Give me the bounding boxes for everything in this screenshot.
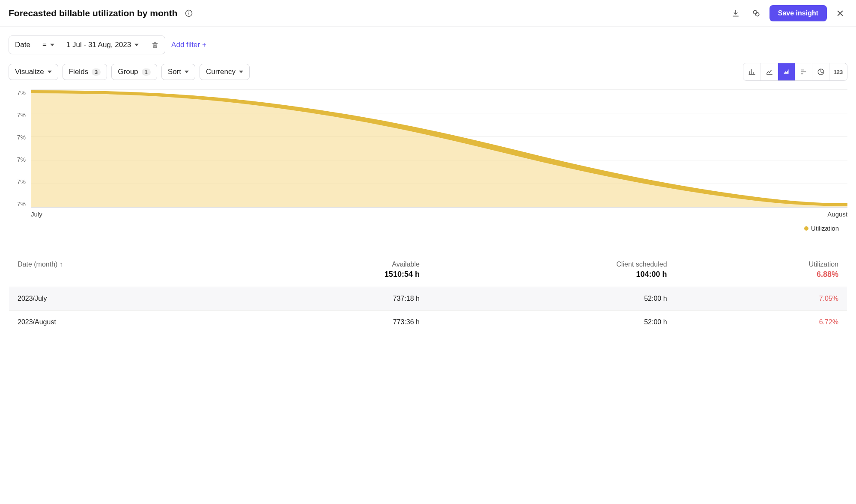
total-available: 1510:54 h [246,270,419,279]
cell-available: 737:18 h [237,287,428,311]
view-number-button[interactable]: 123 [829,63,847,80]
legend-color-swatch [804,226,808,231]
y-tick: 7% [9,156,26,163]
header-right: Save insight [728,5,847,21]
view-line-icon[interactable] [761,63,778,80]
info-icon[interactable] [182,6,196,21]
x-tick: July [31,210,42,218]
option-bar: Visualize Fields 3 Group 1 Sort Currency [9,63,847,81]
col-client-label: Client scheduled [616,261,667,268]
chart-svg [31,89,847,207]
x-axis-labels: July August [31,210,847,218]
chart: 7% 7% 7% 7% 7% 7% July August [9,89,847,218]
add-filter-button[interactable]: Add filter + [171,41,206,49]
filter-field-label: Date [15,41,30,49]
sort-button[interactable]: Sort [161,64,195,80]
col-client[interactable]: Client scheduled 104:00 h [428,253,676,287]
cell-available: 773:36 h [237,311,428,334]
legend: Utilization [9,222,847,232]
visualize-button[interactable]: Visualize [9,64,58,80]
fields-count-badge: 3 [92,68,101,76]
currency-label: Currency [206,68,236,76]
chevron-down-icon [185,71,189,73]
table-wrap: Date (month) ↑ Available 1510:54 h Clien… [0,252,856,334]
table-row: 2023/August 773:36 h 52:00 h 6.72% [9,311,847,334]
col-util-label: Utilization [809,261,838,268]
data-table: Date (month) ↑ Available 1510:54 h Clien… [9,252,847,334]
filter-field[interactable]: Date [9,36,36,54]
col-date-label: Date (month) [18,261,57,268]
header: Forecasted billable utilization by month… [0,0,856,27]
chevron-down-icon [48,71,52,73]
trash-icon [151,41,159,49]
cell-date: 2023/July [9,287,238,311]
page-title: Forecasted billable utilization by month [9,8,177,18]
save-insight-button[interactable]: Save insight [770,5,827,21]
cell-util: 6.72% [676,311,847,334]
y-tick: 7% [9,89,26,96]
plot-area [31,89,847,208]
table-row: 2023/July 737:18 h 52:00 h 7.05% [9,287,847,311]
sort-asc-icon: ↑ [60,261,63,268]
view-horizontal-bar-icon[interactable] [795,63,812,80]
view-area-icon[interactable] [778,63,795,80]
col-available[interactable]: Available 1510:54 h [237,253,428,287]
legend-label: Utilization [811,225,839,232]
cell-date: 2023/August [9,311,238,334]
table-header-row: Date (month) ↑ Available 1510:54 h Clien… [9,253,847,287]
group-count-badge: 1 [142,68,151,76]
visualize-label: Visualize [15,68,44,76]
y-axis-labels: 7% 7% 7% 7% 7% 7% [9,89,26,208]
close-icon[interactable] [833,6,847,21]
visibility-icon[interactable] [749,6,764,21]
total-util: 6.88% [684,270,838,279]
fields-label: Fields [69,68,88,76]
y-tick: 7% [9,178,26,185]
chevron-down-icon [134,44,139,46]
col-date[interactable]: Date (month) ↑ [9,253,238,287]
filter-operator[interactable]: = [36,36,60,54]
y-tick: 7% [9,201,26,208]
cell-util: 7.05% [676,287,847,311]
filter-value-label: 1 Jul - 31 Aug, 2023 [66,41,131,49]
col-available-label: Available [392,261,420,268]
currency-button[interactable]: Currency [200,64,250,80]
chevron-down-icon [50,44,54,46]
delete-filter-button[interactable] [145,36,165,54]
download-icon[interactable] [728,6,743,21]
x-tick: August [827,210,847,218]
view-pie-icon[interactable] [812,63,829,80]
cell-client: 52:00 h [428,287,676,311]
filter-value[interactable]: 1 Jul - 31 Aug, 2023 [60,36,145,54]
cell-client: 52:00 h [428,311,676,334]
filter-operator-label: = [42,41,47,49]
filter-bar: Date = 1 Jul - 31 Aug, 2023 Add filter + [9,36,847,54]
group-label: Group [118,68,138,76]
y-tick: 7% [9,134,26,141]
fields-button[interactable]: Fields 3 [63,64,107,80]
view-switch: 123 [743,63,847,81]
chart-wrap: 7% 7% 7% 7% 7% 7% July August Uti [0,89,856,240]
svg-point-2 [189,12,189,12]
svg-point-4 [755,12,759,16]
sort-label: Sort [168,68,181,76]
col-util[interactable]: Utilization 6.88% [676,253,847,287]
controls: Date = 1 Jul - 31 Aug, 2023 Add filter +… [0,27,856,89]
chevron-down-icon [239,71,243,73]
total-client: 104:00 h [437,270,667,279]
view-bar-icon[interactable] [743,63,761,80]
y-tick: 7% [9,112,26,119]
group-button[interactable]: Group 1 [111,64,157,80]
date-filter-pill[interactable]: Date = 1 Jul - 31 Aug, 2023 [9,36,165,54]
option-left: Visualize Fields 3 Group 1 Sort Currency [9,64,250,80]
svg-point-3 [753,10,757,14]
header-left: Forecasted billable utilization by month [9,6,196,21]
